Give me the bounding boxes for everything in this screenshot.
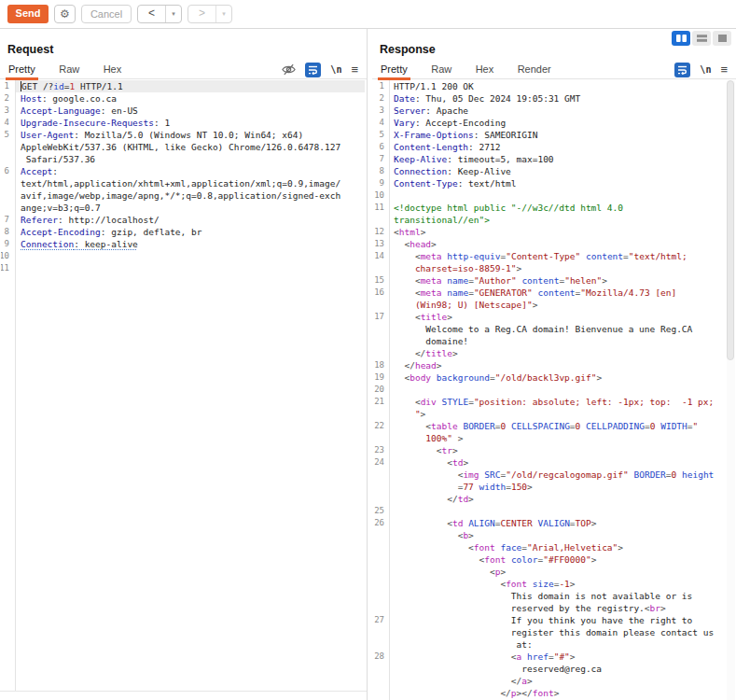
single-panel-button[interactable] [713, 31, 731, 46]
code-line: transitional//en"> [372, 214, 736, 226]
code-line: 1GET /?id=1 HTTP/1.1 [0, 80, 367, 92]
response-tab-icons: \n ≡ [674, 62, 728, 77]
line-number: 9 [372, 177, 384, 189]
response-title: Response [380, 43, 436, 56]
code-line: 26 <td ALIGN=CENTER VALIGN=TOP> [372, 517, 736, 529]
response-editor[interactable]: 1HTTP/1.1 200 OK2Date: Thu, 05 Dec 2024 … [372, 80, 736, 700]
request-tab-icons: \n ≡ [282, 62, 358, 77]
back-button[interactable]: < [138, 6, 166, 22]
line-number: 21 [372, 396, 384, 408]
code-line: 12<html> [372, 226, 736, 238]
code-line: reserved by the registry.<br> [372, 602, 736, 614]
response-panel: Response Pretty Raw Hex Render \n ≡ 1HTT… [372, 29, 736, 700]
tab-raw[interactable]: Raw [56, 61, 82, 80]
line-number: 18 [372, 359, 384, 371]
newline-chars-toggle[interactable]: \n [700, 64, 711, 75]
layout-toggles [672, 31, 731, 46]
line-number: 3 [1, 105, 9, 117]
forward-button[interactable]: > [188, 6, 216, 22]
tab-hex[interactable]: Hex [473, 61, 497, 80]
line-number: 10 [1, 250, 9, 262]
line-number: 20 [372, 384, 384, 396]
code-line: <font size=-1> [372, 578, 736, 590]
code-line: 10 [0, 250, 367, 262]
code-line: 5User-Agent: Mozilla/5.0 (Windows NT 10.… [0, 129, 367, 141]
chevron-down-icon: ▾ [222, 10, 226, 17]
line-number: 10 [372, 189, 384, 202]
code-line: </td> [372, 493, 736, 505]
cancel-button[interactable]: Cancel [81, 5, 132, 23]
code-line: </p></font> [372, 687, 736, 699]
code-line: =77 width=150> [372, 481, 736, 493]
editor-menu-icon[interactable]: ≡ [720, 63, 728, 77]
back-dropdown-button[interactable]: ▾ [166, 6, 181, 22]
code-line: Welcome to a Reg.CA domain! Bienvenue a … [372, 323, 736, 335]
repeater-screen: Send ⚙ Cancel < ▾ > ▾ Request Pretty Raw… [0, 0, 736, 700]
line-number: 8 [1, 226, 9, 238]
line-number: 17 [372, 311, 384, 323]
settings-gear-button[interactable]: ⚙ [54, 5, 76, 23]
split-rows-button[interactable] [692, 31, 711, 46]
line-number: 4 [1, 117, 9, 129]
line-number: 19 [372, 371, 384, 384]
toolbar: Send ⚙ Cancel < ▾ > ▾ [0, 0, 736, 29]
code-line: charset=iso-8859-1"> [372, 262, 736, 274]
tab-pretty[interactable]: Pretty [378, 61, 410, 80]
line-number: 3 [372, 105, 384, 117]
code-line: 2Host: google.co.ca [0, 92, 367, 105]
forward-dropdown-button[interactable]: ▾ [216, 6, 231, 22]
line-number: 1 [372, 80, 384, 92]
code-line: 20 [372, 384, 736, 396]
code-line: This domain is not available or is [372, 590, 736, 602]
history-back-group: < ▾ [137, 5, 182, 23]
send-button[interactable]: Send [7, 5, 49, 23]
split-columns-button[interactable] [672, 31, 690, 46]
request-hscroll-area[interactable] [0, 691, 367, 700]
code-line: Safari/537.36 [0, 153, 367, 165]
newline-chars-toggle[interactable]: \n [330, 64, 341, 75]
code-line: 15 <meta name="Author" content="helen"> [372, 274, 736, 287]
code-line: 14 <meta http-equiv="Content-Type" conte… [372, 250, 736, 262]
word-wrap-toggle[interactable] [674, 63, 690, 77]
split-columns-icon [674, 33, 688, 44]
word-wrap-toggle[interactable] [305, 63, 321, 77]
line-number: 2 [1, 92, 9, 105]
tab-raw[interactable]: Raw [428, 61, 454, 80]
code-line: ange;v=b3;q=0.7 [0, 202, 367, 214]
line-number: 24 [372, 456, 384, 469]
request-editor[interactable]: 1GET /?id=1 HTTP/1.12Host: google.co.ca3… [0, 80, 367, 692]
line-number: 26 [372, 517, 384, 529]
code-line: <font color="#FF0000"> [372, 553, 736, 566]
code-line: text/html,application/xhtml+xml,applicat… [0, 177, 367, 189]
code-line: <font face="Arial,Helvetica"> [372, 541, 736, 553]
tab-pretty[interactable]: Pretty [6, 61, 38, 80]
chevron-down-icon: ▾ [172, 10, 175, 17]
line-number: 5 [1, 129, 9, 141]
line-number: 4 [372, 117, 384, 129]
tab-hex[interactable]: Hex [101, 61, 125, 80]
response-scrollbar[interactable] [727, 80, 735, 700]
line-number: 2 [372, 92, 384, 105]
line-number: 27 [372, 614, 384, 626]
code-line: register this domain please contact us [372, 626, 736, 638]
line-number: 25 [372, 505, 384, 517]
editor-menu-icon[interactable]: ≡ [351, 63, 358, 77]
eye-off-icon[interactable] [282, 63, 296, 77]
code-line: 9Content-Type: text/html [372, 177, 736, 189]
code-line: 28 <a href="#"> [372, 651, 736, 663]
code-line: reserved@reg.ca [372, 663, 736, 675]
code-line: 6Content-Length: 2712 [372, 141, 736, 153]
word-wrap-icon [308, 64, 318, 75]
code-line: 7Keep-Alive: timeout=5, max=100 [372, 153, 736, 165]
code-line: 27 If you think you have the right to [372, 614, 736, 626]
code-line: </title> [372, 347, 736, 359]
code-line: 11 [0, 262, 367, 274]
code-line: 8Accept-Encoding: gzip, deflate, br [0, 226, 367, 238]
line-number: 14 [372, 250, 384, 262]
code-line: 11<!doctype html public "-//w3c//dtd htm… [372, 202, 736, 214]
line-number: 22 [372, 420, 384, 432]
scrollbar-thumb[interactable] [727, 80, 734, 360]
line-number: 9 [1, 238, 9, 250]
tab-render[interactable]: Render [515, 61, 554, 80]
line-number: 28 [372, 651, 384, 663]
